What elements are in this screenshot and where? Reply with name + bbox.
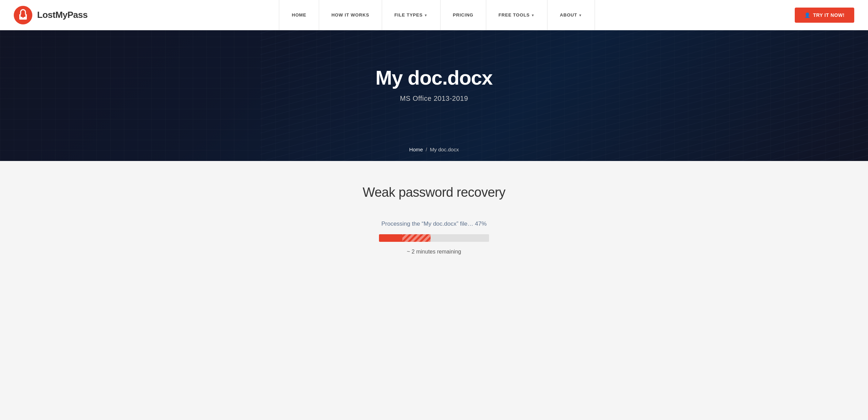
nav-label-about: ABOUT ▼ bbox=[560, 12, 582, 18]
logo-link[interactable]: LostMyPass bbox=[14, 6, 88, 24]
free-tools-dropdown-arrow: ▼ bbox=[531, 13, 535, 17]
about-dropdown-arrow: ▼ bbox=[578, 13, 582, 17]
nav-label-how-it-works: HOW IT WORKS bbox=[332, 12, 369, 18]
nav-item-free-tools[interactable]: FREE TOOLS ▼ bbox=[486, 0, 548, 30]
logo-text: LostMyPass bbox=[37, 10, 88, 20]
section-title: Weak password recovery bbox=[363, 185, 506, 200]
progress-bar-stripes bbox=[402, 234, 431, 242]
processing-text: Processing the “My doc.docx” file… 47% bbox=[381, 220, 487, 227]
hero-subtitle: MS Office 2013-2019 bbox=[376, 95, 492, 103]
main-content: Weak password recovery Processing the “M… bbox=[0, 161, 868, 282]
hero-section: My doc.docx MS Office 2013-2019 Home / M… bbox=[0, 30, 868, 161]
nav-item-pricing[interactable]: PRICING bbox=[441, 0, 486, 30]
try-btn-label: TRY IT NOW! bbox=[813, 12, 845, 18]
breadcrumb-current-page: My doc.docx bbox=[430, 147, 459, 152]
site-header: LostMyPass HOME HOW IT WORKS FILE TYPES … bbox=[0, 0, 868, 30]
svg-point-3 bbox=[22, 16, 24, 18]
nav-label-home: HOME bbox=[292, 12, 306, 18]
nav-item-home[interactable]: HOME bbox=[279, 0, 319, 30]
nav-label-file-types: FILE TYPES ▼ bbox=[394, 12, 428, 18]
nav-label-free-tools: FREE TOOLS ▼ bbox=[499, 12, 535, 18]
user-icon: 👤 bbox=[804, 12, 811, 18]
file-types-dropdown-arrow: ▼ bbox=[424, 13, 428, 17]
nav-item-file-types[interactable]: FILE TYPES ▼ bbox=[382, 0, 441, 30]
hero-content: My doc.docx MS Office 2013-2019 Home / M… bbox=[376, 66, 492, 126]
progress-bar-container bbox=[379, 234, 489, 242]
try-it-now-button[interactable]: 👤 TRY IT NOW! bbox=[795, 8, 854, 23]
time-remaining-text: ~ 2 minutes remaining bbox=[407, 249, 461, 255]
logo-icon bbox=[14, 6, 32, 24]
nav-label-pricing: PRICING bbox=[453, 12, 474, 18]
hero-title: My doc.docx bbox=[376, 66, 492, 89]
main-nav: HOME HOW IT WORKS FILE TYPES ▼ PRICING F… bbox=[279, 0, 595, 30]
breadcrumb-home-link[interactable]: Home bbox=[409, 147, 423, 152]
nav-item-about[interactable]: ABOUT ▼ bbox=[547, 0, 595, 30]
breadcrumb-separator: / bbox=[426, 147, 427, 152]
nav-item-how-it-works[interactable]: HOW IT WORKS bbox=[319, 0, 382, 30]
breadcrumb: Home / My doc.docx bbox=[376, 120, 492, 161]
progress-bar-fill bbox=[379, 234, 431, 242]
processing-area: Processing the “My doc.docx” file… 47% ~… bbox=[331, 220, 537, 255]
